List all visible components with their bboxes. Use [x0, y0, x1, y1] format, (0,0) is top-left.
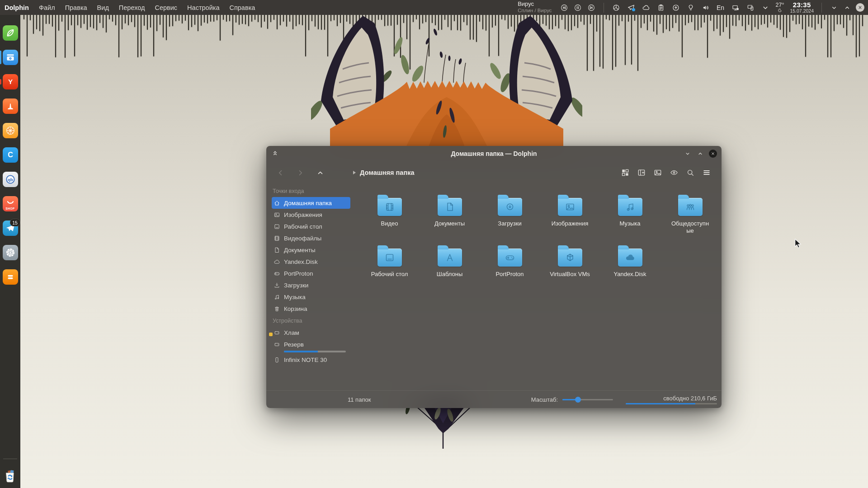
tray-expander-icon[interactable] — [761, 3, 770, 12]
place-label: Музыка — [284, 294, 306, 300]
dock-item-file-manager[interactable] — [3, 50, 18, 65]
sidebar-place-home[interactable]: Домашняя папка — [272, 197, 350, 209]
folder-item[interactable]: Yandex.Disk — [600, 244, 660, 295]
sidebar-place-music[interactable]: Музыка — [272, 291, 350, 303]
sidebar-device-infinix-note-30[interactable]: Infinix NOTE 30 — [272, 354, 346, 366]
zoom-slider-handle[interactable] — [575, 397, 581, 403]
dock-item-app-equals[interactable] — [3, 269, 18, 285]
dock-item-system-settings[interactable] — [3, 245, 18, 260]
menu-item-файл[interactable]: Файл — [39, 4, 55, 11]
menu-item-переход[interactable]: Переход — [119, 4, 145, 11]
folder-item[interactable]: Общедоступные — [660, 194, 720, 244]
cloud-sync-icon[interactable] — [642, 3, 651, 12]
sidebar-device-резерв[interactable]: Резерв — [272, 338, 346, 350]
search-button[interactable] — [684, 166, 697, 179]
place-label: Домашняя папка — [284, 200, 332, 206]
sidebar-place-film[interactable]: Видеофайлы — [272, 232, 350, 244]
folder-item[interactable]: Видео — [359, 194, 420, 244]
weather-condition-icon — [778, 8, 782, 13]
clipboard-icon[interactable] — [656, 3, 665, 12]
unread-dot — [632, 8, 635, 11]
folder-item[interactable]: Рабочий стол — [359, 244, 420, 295]
folder-icon — [678, 198, 703, 216]
close-window-button[interactable] — [856, 3, 864, 12]
keep-above-icon[interactable] — [272, 150, 278, 158]
scroll-down-button[interactable] — [684, 150, 692, 158]
sidebar-device[interactable]: Резерв — [272, 338, 350, 352]
device-connect-icon[interactable] — [746, 3, 755, 12]
preview-button[interactable] — [651, 166, 665, 179]
up-button[interactable] — [314, 167, 326, 178]
menu-button[interactable] — [700, 166, 713, 179]
media-player-info[interactable]: Вирус Сплин / Вирус — [518, 1, 552, 14]
app-menu: Dolphin ФайлПравкаВидПереходСервисНастро… — [0, 4, 255, 11]
volume-icon[interactable] — [701, 3, 710, 12]
sidebar-place-cloud[interactable]: Yandex.Disk — [272, 256, 350, 267]
display-connect-icon[interactable] — [731, 3, 740, 12]
scroll-up-button[interactable] — [696, 150, 704, 158]
place-label: Видеофайлы — [284, 235, 321, 242]
folder-view[interactable]: ВидеоДокументыЗагрузкиИзображенияМузыкаО… — [355, 184, 722, 390]
dock-item-telegram[interactable]: 15 — [3, 221, 18, 236]
folder-item[interactable]: PortProton — [480, 244, 540, 295]
dock-item-cider[interactable] — [3, 123, 18, 138]
sidebar-place-gamepad[interactable]: PortProton — [272, 267, 350, 279]
dock-item-qbittorrent[interactable]: qb — [3, 172, 18, 187]
updates-icon[interactable] — [671, 3, 680, 12]
sidebar-device[interactable]: Infinix NOTE 30 — [272, 354, 350, 366]
menu-item-настройка[interactable]: Настройка — [187, 4, 219, 11]
sidebar-place-download[interactable]: Загрузки — [272, 279, 350, 291]
sidebar-device-хлам[interactable]: Хлам — [272, 327, 346, 338]
back-button[interactable] — [274, 167, 286, 178]
sidebar-place-desktop[interactable]: Рабочий стол — [272, 221, 350, 232]
dock-item-yandex-music[interactable]: Y — [3, 74, 18, 89]
menu-item-справка[interactable]: Справка — [229, 4, 255, 11]
attention-indicator — [0, 79, 1, 84]
folder-item[interactable]: Документы — [420, 194, 480, 244]
view-mode-button[interactable] — [618, 166, 632, 179]
devices-section-header: Устройства — [272, 314, 355, 327]
title-bar[interactable]: Домашняя папка — Dolphin — [266, 146, 722, 161]
dock-item-vlc[interactable] — [3, 99, 18, 114]
close-window-button[interactable] — [709, 150, 717, 158]
media-next-icon[interactable] — [587, 3, 596, 12]
folder-item[interactable]: Музыка — [600, 194, 660, 244]
weather-widget[interactable]: 27° — [776, 2, 784, 13]
menu-item-сервис[interactable]: Сервис — [155, 4, 177, 11]
device-usage-bar — [284, 351, 346, 352]
folder-item[interactable]: Шаблоны — [420, 244, 480, 295]
folder-item[interactable]: Изображения — [540, 194, 600, 244]
media-previous-icon[interactable] — [560, 3, 569, 12]
breadcrumb[interactable]: Домашняя папка — [352, 169, 414, 176]
folder-label: Yandex.Disk — [613, 271, 646, 278]
disk-usage-icon[interactable] — [612, 3, 621, 12]
sidebar-place-trash[interactable]: Корзина — [272, 303, 350, 314]
free-space-label: свободно 210,6 ГиБ — [663, 395, 717, 402]
dock-item-app-letter-c[interactable]: C — [3, 147, 18, 163]
show-hidden-button[interactable] — [667, 166, 681, 179]
telegram-tray-icon[interactable] — [627, 3, 636, 12]
sidebar-device[interactable]: Хлам — [272, 327, 350, 338]
menu-item-правка[interactable]: Правка — [65, 4, 87, 11]
folder-item[interactable]: Загрузки — [480, 194, 540, 244]
device-label: Infinix NOTE 30 — [284, 357, 327, 363]
keyboard-layout-indicator[interactable]: En — [716, 3, 725, 12]
scroll-down-button[interactable] — [830, 3, 839, 12]
forward-button[interactable] — [294, 167, 306, 178]
folder-label: Общедоступные — [670, 220, 711, 235]
media-track-artist: Сплин / Вирус — [518, 8, 552, 14]
dock-item-app-green-leaf[interactable] — [3, 25, 18, 41]
sidebar-place-document[interactable]: Документы — [272, 244, 350, 256]
dock-item-app-store[interactable]: SHOP — [3, 196, 18, 211]
menu-item-вид[interactable]: Вид — [97, 4, 109, 11]
media-pause-icon[interactable] — [573, 3, 582, 12]
clock-widget[interactable]: 23:35 15.07.2024 — [790, 1, 814, 14]
zoom-slider[interactable] — [562, 399, 613, 400]
scroll-up-button[interactable] — [843, 3, 852, 12]
dock-item-trash-full[interactable] — [2, 468, 18, 483]
night-color-icon[interactable] — [686, 3, 695, 12]
sidebar-place-image[interactable]: Изображения — [272, 209, 350, 221]
split-view-button[interactable] — [635, 166, 648, 179]
folder-item[interactable]: VirtualBox VMs — [540, 244, 600, 295]
device-label: Резерв — [284, 341, 304, 348]
